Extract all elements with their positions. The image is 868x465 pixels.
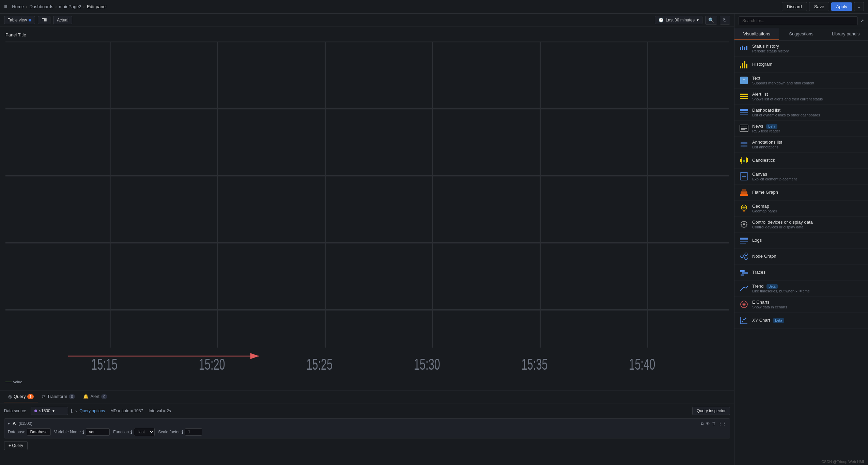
viz-item-annotations[interactable]: Annotations list List annotations <box>734 137 868 153</box>
echarts-icon <box>739 300 749 309</box>
svg-text:15:20: 15:20 <box>199 355 225 373</box>
viz-item-alert-list[interactable]: Alert list Shows list of alerts and thei… <box>734 89 868 105</box>
nav-page2[interactable]: mainPage2 <box>59 4 81 9</box>
expand-panel-icon[interactable]: ⤢ <box>861 18 864 23</box>
share-button[interactable]: ⌄ <box>854 2 864 11</box>
svg-rect-33 <box>740 112 748 113</box>
datasource-select[interactable]: s1500 ▾ <box>31 407 68 415</box>
viz-search-input[interactable] <box>739 16 858 25</box>
viz-item-canvas[interactable]: Canvas Explicit element placement <box>734 169 868 185</box>
viz-name-annotations: Annotations list <box>752 140 863 145</box>
toolbar-right: 🕐 Last 30 minutes ▾ 🔍 ↻ <box>655 16 730 25</box>
viz-item-candlestick[interactable]: Candlestick <box>734 153 868 169</box>
chart-container: 15:15 15:20 15:25 15:30 15:35 15:40 valu… <box>5 42 729 377</box>
query-row-a: ▾ A (s1500) ⧉ 👁 🗑 ⋮⋮ Database <box>4 418 730 438</box>
viz-item-histogram[interactable]: Histogram <box>734 57 868 73</box>
nav-sep-3: › <box>83 4 85 9</box>
viz-item-flame-graph[interactable]: Flame Graph <box>734 185 868 201</box>
database-button[interactable]: Database <box>27 428 50 436</box>
viz-desc-status-history: Periodic status history <box>752 49 863 53</box>
varname-info-icon[interactable]: ℹ <box>82 430 84 435</box>
viz-desc-annotations: List annotations <box>752 145 863 149</box>
svg-rect-23 <box>740 66 741 68</box>
dashboard-list-icon <box>739 108 749 117</box>
copy-icon[interactable]: ⧉ <box>701 421 704 426</box>
table-view-button[interactable]: Table view <box>4 16 35 24</box>
function-select[interactable]: last first avg max min <box>134 428 155 436</box>
svg-point-71 <box>745 257 747 260</box>
nav-dashboards[interactable]: Dashboards <box>29 4 53 9</box>
actual-button[interactable]: Actual <box>53 16 72 24</box>
varname-input[interactable] <box>86 428 110 436</box>
nav-home[interactable]: Home <box>12 4 24 9</box>
interval-label: Interval = 2s <box>149 408 171 413</box>
viz-name-alert-list: Alert list <box>752 92 863 97</box>
query-options-link[interactable]: Query options <box>79 408 105 413</box>
svg-rect-65 <box>740 238 748 239</box>
viz-desc-echarts: Show data in echarts <box>752 305 863 309</box>
viz-name-node-graph: Node Graph <box>752 254 863 259</box>
svg-rect-40 <box>741 142 747 144</box>
viz-item-echarts[interactable]: E Charts Show data in echarts <box>734 296 868 312</box>
discard-button[interactable]: Discard <box>782 2 807 11</box>
chart-legend: value <box>5 380 729 384</box>
apply-button[interactable]: Apply <box>831 2 852 11</box>
tab-library-panels[interactable]: Library panels <box>823 28 868 40</box>
query-letter: A <box>13 421 16 426</box>
datasource-info-icon[interactable]: ℹ <box>71 408 73 414</box>
query-inspector-button[interactable]: Query inspector <box>692 407 730 415</box>
add-query-button[interactable]: + Query <box>4 441 28 450</box>
viz-item-status-history[interactable]: Status history Periodic status history <box>734 41 868 57</box>
eye-icon[interactable]: 👁 <box>706 421 710 426</box>
refresh-button[interactable]: ↻ <box>720 16 730 25</box>
drag-icon[interactable]: ⋮⋮ <box>718 421 726 426</box>
news-beta-badge: Beta <box>766 124 777 129</box>
scale-input[interactable] <box>185 428 202 436</box>
nav-actions: Discard Save Apply ⌄ <box>782 2 864 11</box>
save-button[interactable]: Save <box>809 2 830 11</box>
viz-name-flame-graph: Flame Graph <box>752 190 863 195</box>
viz-item-xy-chart[interactable]: XY Chart Beta <box>734 312 868 328</box>
viz-desc-dashboard-list: List of dynamic links to other dashboard… <box>752 113 863 117</box>
tab-visualizations[interactable]: Visualizations <box>734 28 779 40</box>
viz-item-trend[interactable]: Trend Beta Like timeseries, but when x !… <box>734 280 868 296</box>
svg-rect-21 <box>744 47 745 50</box>
viz-item-dashboard-list[interactable]: Dashboard list List of dynamic links to … <box>734 105 868 121</box>
histogram-icon <box>739 60 749 69</box>
viz-info-status-history: Status history Periodic status history <box>752 44 863 53</box>
svg-rect-34 <box>740 114 748 115</box>
collapse-icon[interactable]: ▾ <box>8 421 10 426</box>
tab-suggestions[interactable]: Suggestions <box>779 28 824 40</box>
hamburger-icon[interactable]: ≡ <box>4 4 7 10</box>
alert-list-icon <box>739 92 749 101</box>
scale-info-icon[interactable]: ℹ <box>182 430 183 435</box>
viz-item-node-graph[interactable]: Node Graph <box>734 248 868 264</box>
function-info-icon[interactable]: ℹ <box>130 430 132 435</box>
viz-item-text[interactable]: T Text Supports markdown and html conten… <box>734 73 868 89</box>
viz-list: Status history Periodic status history H… <box>734 41 868 465</box>
svg-rect-52 <box>741 192 747 194</box>
viz-item-geomap[interactable]: Geomap Geomap panel <box>734 201 868 217</box>
alert-tab-label: Alert <box>90 394 99 399</box>
transform-badge: 0 <box>69 394 75 399</box>
fill-button[interactable]: Fill <box>38 16 50 24</box>
viz-desc-control: Control devices or display data <box>752 225 863 229</box>
svg-rect-24 <box>742 63 743 68</box>
viz-desc-alert-list: Shows list of alerts and their current s… <box>752 97 863 101</box>
viz-tabs: Visualizations Suggestions Library panel… <box>734 28 868 41</box>
tab-query[interactable]: ◎ Query 1 <box>4 391 38 402</box>
viz-item-logs[interactable]: Logs <box>734 233 868 248</box>
chevron-down-icon: ▾ <box>697 18 699 22</box>
svg-text:T: T <box>743 78 745 83</box>
zoom-out-button[interactable]: 🔍 <box>705 16 717 25</box>
tab-alert[interactable]: 🔔 Alert 0 <box>79 391 111 402</box>
expand-icon[interactable]: › <box>75 408 77 414</box>
tab-transform[interactable]: ⇄ Transform 0 <box>38 391 79 402</box>
viz-item-news[interactable]: News Beta RSS feed reader <box>734 121 868 137</box>
viz-desc-news: RSS feed reader <box>752 129 863 133</box>
viz-item-traces[interactable]: Traces <box>734 264 868 280</box>
viz-info-control: Control devices or display data Control … <box>752 220 863 229</box>
viz-item-control[interactable]: Control devices or display data Control … <box>734 217 868 233</box>
delete-icon[interactable]: 🗑 <box>712 421 716 426</box>
time-range-button[interactable]: 🕐 Last 30 minutes ▾ <box>655 16 702 24</box>
